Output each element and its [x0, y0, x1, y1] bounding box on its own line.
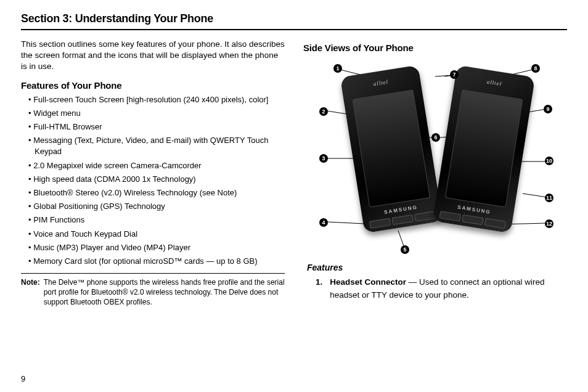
callout-7: 7: [450, 70, 459, 79]
left-column: This section outlines some key features …: [21, 39, 285, 308]
section-title: Section 3: Understanding Your Phone: [21, 12, 567, 30]
feature-item: PIM Functions: [28, 214, 285, 226]
callout-8: 8: [531, 64, 540, 73]
callout-6: 6: [431, 133, 440, 142]
phone-screen: [445, 89, 523, 207]
callout-2: 2: [319, 107, 328, 116]
content-columns: This section outlines some key features …: [21, 39, 567, 308]
feature-item: High speed data (CDMA 2000 1x Technology…: [28, 174, 285, 185]
phone-carrier-logo: alltel: [341, 73, 420, 92]
callout-11: 11: [545, 194, 553, 202]
phone-right-view: alltel SAMSUNG: [433, 65, 535, 234]
feature-item: Bluetooth® Stereo (v2.0) Wireless Techno…: [28, 187, 285, 198]
feature-item: Memory Card slot (for optional microSD™ …: [28, 256, 285, 267]
numbered-body: Headset Connector — Used to connect an o…: [330, 276, 567, 302]
feature-item: Full-screen Touch Screen [high-resolutio…: [28, 94, 285, 105]
numbered-bold: Headset Connector: [330, 277, 406, 287]
callout-10: 10: [545, 157, 553, 165]
note-block: Note: The Delve™ phone supports the wire…: [21, 277, 285, 308]
numbered-feature-1: 1. Headset Connector — Used to connect a…: [316, 276, 567, 302]
phone-diagram: alltel SAMSUNG alltel SAMSUNG 1 2 3 4 5 …: [306, 57, 565, 260]
phone-screen: [353, 89, 431, 207]
callout-12: 12: [545, 219, 553, 228]
callout-9: 9: [544, 105, 552, 113]
phone-carrier-logo: alltel: [455, 73, 534, 92]
feature-item: Messaging (Text, Picture, Video, and E-m…: [28, 135, 285, 157]
feature-item: Global Positioning (GPS) Technology: [28, 201, 285, 212]
features-subhead: Features: [307, 263, 567, 272]
features-heading: Features of Your Phone: [21, 80, 285, 91]
callout-1: 1: [333, 64, 342, 73]
feature-item: Widget menu: [28, 108, 285, 119]
feature-item: 2.0 Megapixel wide screen Camera-Camcord…: [28, 160, 285, 171]
side-views-heading: Side Views of Your Phone: [303, 43, 567, 53]
note-label: Note:: [21, 277, 40, 308]
page-number: 9: [21, 374, 25, 383]
right-column: Side Views of Your Phone: [303, 39, 567, 308]
intro-paragraph: This section outlines some key features …: [21, 39, 285, 73]
feature-item: Full-HTML Browser: [28, 121, 285, 133]
feature-item: Music (MP3) Player and Video (MP4) Playe…: [28, 242, 285, 253]
feature-item: Voice and Touch Keypad Dial: [28, 229, 285, 240]
numbered-index: 1.: [316, 276, 322, 302]
callout-4: 4: [319, 218, 328, 227]
callout-3: 3: [319, 154, 328, 163]
note-text: The Delve™ phone supports the wireless h…: [44, 277, 285, 308]
features-list: Full-screen Touch Screen [high-resolutio…: [21, 94, 285, 267]
note-divider: [21, 273, 285, 274]
callout-5: 5: [401, 245, 409, 254]
phone-left-view: alltel SAMSUNG: [340, 65, 443, 234]
